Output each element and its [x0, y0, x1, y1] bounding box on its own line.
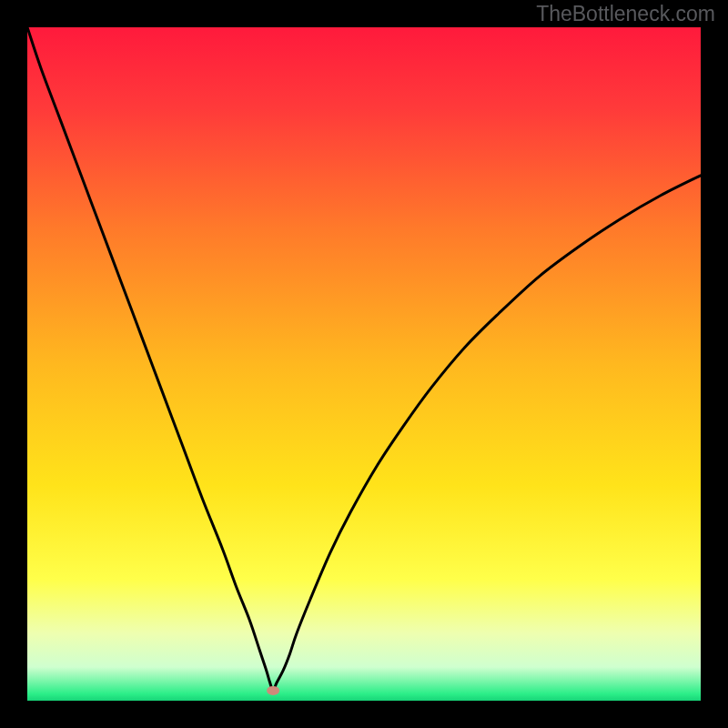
chart-svg [27, 27, 701, 701]
watermark-text: TheBottleneck.com [536, 2, 715, 26]
gradient-bg [27, 27, 701, 701]
plot-area [27, 27, 701, 701]
chart-frame: TheBottleneck.com [0, 0, 728, 728]
min-marker [267, 686, 279, 695]
